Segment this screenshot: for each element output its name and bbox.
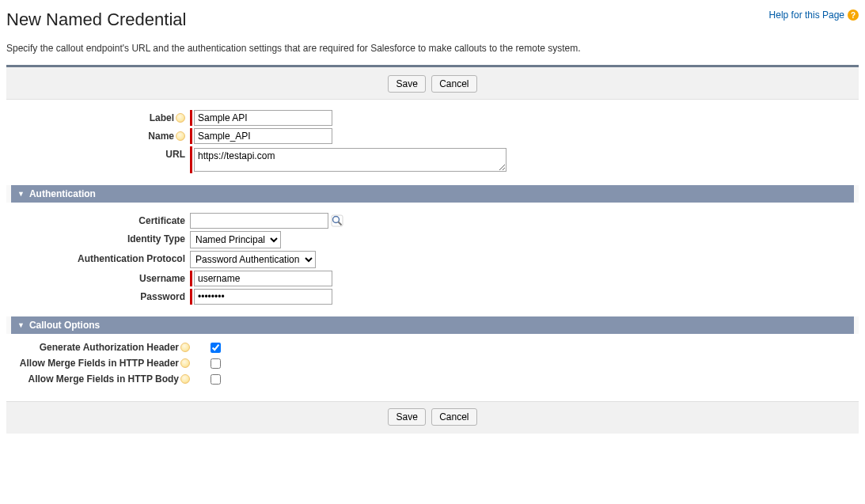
merge-body-checkbox[interactable] xyxy=(211,374,221,385)
merge-header-label: Allow Merge Fields in HTTP Header xyxy=(20,358,179,369)
auth-protocol-label: Authentication Protocol xyxy=(78,253,185,264)
auth-section-title: Authentication xyxy=(29,188,96,199)
cancel-button[interactable]: Cancel xyxy=(431,408,476,426)
merge-header-checkbox[interactable] xyxy=(211,358,221,369)
identity-type-select[interactable]: Named Principal xyxy=(190,231,281,248)
label-label: Label xyxy=(150,112,174,123)
name-input[interactable] xyxy=(194,128,332,144)
info-icon[interactable] xyxy=(176,113,185,123)
help-link-text: Help for this Page xyxy=(769,9,844,21)
help-icon: ? xyxy=(848,9,859,21)
form-container: Save Cancel Label Name URL https://testa… xyxy=(6,65,859,434)
svg-point-0 xyxy=(333,217,340,223)
required-indicator xyxy=(190,271,192,286)
required-indicator xyxy=(190,110,192,126)
password-label: Password xyxy=(140,291,185,302)
svg-line-1 xyxy=(339,222,342,225)
save-button[interactable]: Save xyxy=(388,75,425,93)
info-icon[interactable] xyxy=(180,358,190,368)
url-label: URL xyxy=(165,149,185,160)
required-indicator xyxy=(190,146,192,173)
username-label: Username xyxy=(139,273,185,284)
info-icon[interactable] xyxy=(180,343,190,352)
button-bar-top: Save Cancel xyxy=(6,67,859,100)
save-button[interactable]: Save xyxy=(388,408,425,426)
info-icon[interactable] xyxy=(180,374,190,384)
certificate-label: Certificate xyxy=(138,215,185,226)
auth-protocol-select[interactable]: Password Authentication xyxy=(190,251,316,268)
password-input[interactable] xyxy=(194,289,332,305)
url-input[interactable]: https://testapi.com xyxy=(194,148,506,172)
collapse-icon: ▼ xyxy=(17,321,25,329)
identity-type-label: Identity Type xyxy=(127,233,185,244)
required-indicator xyxy=(190,289,192,305)
merge-body-label: Allow Merge Fields in HTTP Body xyxy=(28,373,179,385)
username-input[interactable] xyxy=(194,271,332,286)
auth-section-header[interactable]: ▼ Authentication xyxy=(11,185,854,203)
gen-auth-header-label: Generate Authorization Header xyxy=(40,342,179,353)
callout-section-title: Callout Options xyxy=(29,320,100,331)
certificate-input[interactable] xyxy=(190,213,328,229)
label-input[interactable] xyxy=(194,110,332,126)
gen-auth-header-checkbox[interactable] xyxy=(211,343,221,353)
collapse-icon: ▼ xyxy=(17,190,25,198)
lookup-icon[interactable] xyxy=(330,214,344,228)
button-bar-bottom: Save Cancel xyxy=(6,401,859,434)
page-title: New Named Credential xyxy=(6,9,186,30)
name-label: Name xyxy=(148,131,174,142)
page-description: Specify the callout endpoint's URL and t… xyxy=(6,43,859,54)
help-link[interactable]: Help for this Page ? xyxy=(769,6,859,21)
info-icon[interactable] xyxy=(176,131,185,141)
callout-section-header[interactable]: ▼ Callout Options xyxy=(11,316,854,334)
cancel-button[interactable]: Cancel xyxy=(431,75,476,93)
required-indicator xyxy=(190,128,192,144)
